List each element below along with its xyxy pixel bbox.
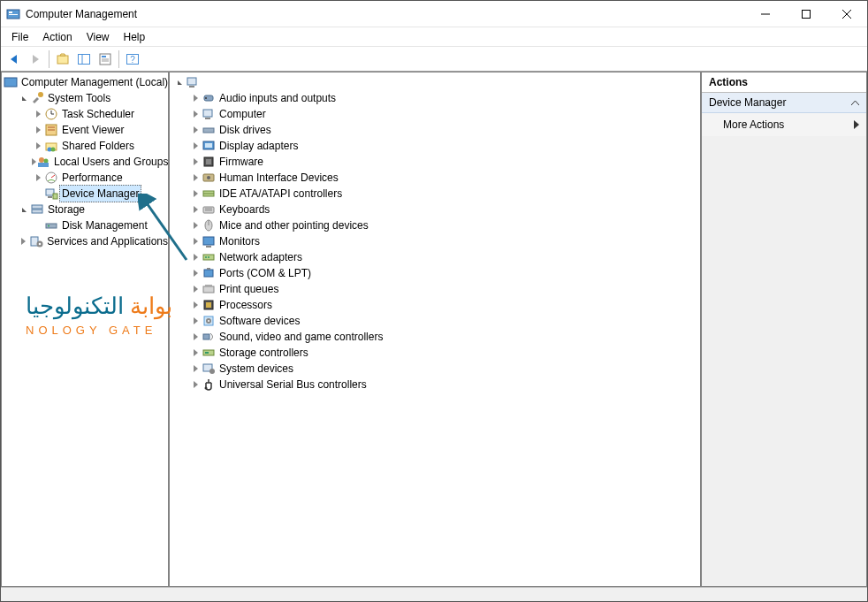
chevron-right-icon[interactable] <box>32 171 44 184</box>
device-category[interactable]: Audio inputs and outputs <box>170 90 700 106</box>
device-category[interactable]: Universal Serial Bus controllers <box>170 377 700 392</box>
chevron-right-icon[interactable] <box>189 187 202 200</box>
svg-point-26 <box>51 148 56 152</box>
tree-disk-management[interactable]: Disk Management <box>2 217 168 233</box>
menu-help[interactable]: Help <box>117 29 153 45</box>
actions-pane: Actions Device Manager More Actions <box>701 72 867 587</box>
chevron-right-icon[interactable] <box>189 347 202 359</box>
chevron-right-icon[interactable] <box>189 267 202 279</box>
tree-storage[interactable]: Storage <box>2 202 168 217</box>
help-button[interactable]: ? <box>123 50 142 69</box>
device-label: Ports (COM & LPT) <box>219 265 311 281</box>
device-category[interactable]: Software devices <box>170 313 700 329</box>
tree-local-users[interactable]: Local Users and Groups <box>2 154 168 170</box>
chevron-right-icon[interactable] <box>189 362 202 375</box>
show-hide-tree-button[interactable] <box>74 50 94 69</box>
back-button[interactable] <box>4 50 24 69</box>
users-icon <box>36 155 50 169</box>
chevron-right-icon[interactable] <box>18 235 29 248</box>
device-category[interactable]: Mice and other pointing devices <box>170 217 700 233</box>
up-button[interactable] <box>53 50 72 69</box>
computer-mgmt-icon <box>4 75 18 89</box>
tools-icon <box>30 91 44 105</box>
device-category[interactable]: Sound, video and game controllers <box>170 329 700 345</box>
tree-task-scheduler[interactable]: Task Scheduler <box>2 106 168 122</box>
tree-shared-folders[interactable]: Shared Folders <box>2 138 168 154</box>
chevron-right-icon[interactable] <box>189 331 202 343</box>
tree-performance[interactable]: Performance <box>2 170 168 186</box>
device-category[interactable]: Disk drives <box>170 122 700 138</box>
device-label: Universal Serial Bus controllers <box>219 377 367 392</box>
properties-button[interactable] <box>95 50 115 69</box>
device-category[interactable]: Processors <box>170 297 700 313</box>
chevron-down-icon[interactable] <box>18 92 30 104</box>
svg-point-64 <box>205 256 207 258</box>
chevron-right-icon[interactable] <box>32 124 44 136</box>
actions-section[interactable]: Device Manager <box>702 93 866 113</box>
device-category[interactable]: Firmware <box>170 154 700 170</box>
chevron-right-icon[interactable] <box>189 124 202 136</box>
svg-point-28 <box>44 159 49 164</box>
device-category[interactable]: Print queues <box>170 281 700 297</box>
chevron-right-icon[interactable] <box>189 92 202 104</box>
menu-action[interactable]: Action <box>35 29 79 45</box>
menu-view[interactable]: View <box>80 29 117 45</box>
device-root[interactable] <box>170 74 700 90</box>
svg-rect-75 <box>203 334 209 339</box>
device-category[interactable]: Monitors <box>170 233 700 249</box>
device-label: System devices <box>219 361 293 377</box>
tree-system-tools[interactable]: System Tools <box>2 90 168 106</box>
device-category[interactable]: Display adapters <box>170 138 700 154</box>
device-icon <box>202 266 216 280</box>
chevron-right-icon[interactable] <box>189 299 202 311</box>
chevron-right-icon[interactable] <box>189 235 202 248</box>
chevron-right-icon[interactable] <box>189 283 202 295</box>
console-tree-pane[interactable]: Computer Management (Local) System Tools… <box>1 72 169 587</box>
chevron-right-icon[interactable] <box>32 140 44 152</box>
chevron-right-icon[interactable] <box>189 251 202 263</box>
chevron-right-icon[interactable] <box>32 108 44 120</box>
chevron-right-icon[interactable] <box>189 219 202 232</box>
chevron-right-icon[interactable] <box>189 156 202 168</box>
svg-rect-46 <box>205 118 210 119</box>
close-button[interactable] <box>826 1 867 27</box>
device-category[interactable]: Ports (COM & LPT) <box>170 265 700 281</box>
device-label: Processors <box>219 297 272 313</box>
svg-rect-4 <box>803 10 811 18</box>
device-icon <box>202 282 216 296</box>
chevron-right-icon[interactable] <box>189 171 202 184</box>
device-category[interactable]: Storage controllers <box>170 345 700 361</box>
tree-event-viewer[interactable]: Event Viewer <box>2 122 168 138</box>
device-category[interactable]: Network adapters <box>170 249 700 265</box>
svg-point-65 <box>208 256 209 258</box>
device-icon <box>202 91 216 105</box>
menu-file[interactable]: File <box>4 29 35 45</box>
svg-rect-77 <box>205 352 209 354</box>
chevron-right-icon[interactable] <box>189 378 202 391</box>
collapse-icon[interactable] <box>851 99 859 107</box>
chevron-down-icon[interactable] <box>173 76 186 88</box>
device-category[interactable]: Computer <box>170 106 700 122</box>
chevron-right-icon[interactable] <box>189 315 202 327</box>
toolbar-separator <box>49 50 49 68</box>
tree-services-apps[interactable]: Services and Applications <box>2 233 168 249</box>
chevron-right-icon[interactable] <box>189 203 202 216</box>
event-viewer-icon <box>44 123 58 137</box>
device-label: Mice and other pointing devices <box>219 217 369 233</box>
tree-device-manager[interactable]: Device Manager <box>2 186 168 202</box>
actions-more[interactable]: More Actions <box>702 113 866 136</box>
device-category[interactable]: System devices <box>170 361 700 377</box>
device-list-pane[interactable]: Audio inputs and outputsComputerDisk dri… <box>169 72 701 587</box>
device-category[interactable]: IDE ATA/ATAPI controllers <box>170 186 700 202</box>
device-category[interactable]: Human Interface Devices <box>170 170 700 186</box>
svg-rect-16 <box>4 78 17 87</box>
chevron-down-icon[interactable] <box>18 203 30 216</box>
chevron-right-icon[interactable] <box>189 140 202 152</box>
chevron-right-icon[interactable] <box>189 108 202 120</box>
device-label: Software devices <box>219 313 300 329</box>
forward-button[interactable] <box>26 50 45 69</box>
tree-root[interactable]: Computer Management (Local) <box>2 74 168 90</box>
device-category[interactable]: Keyboards <box>170 202 700 217</box>
maximize-button[interactable] <box>786 1 826 27</box>
minimize-button[interactable] <box>745 1 786 27</box>
